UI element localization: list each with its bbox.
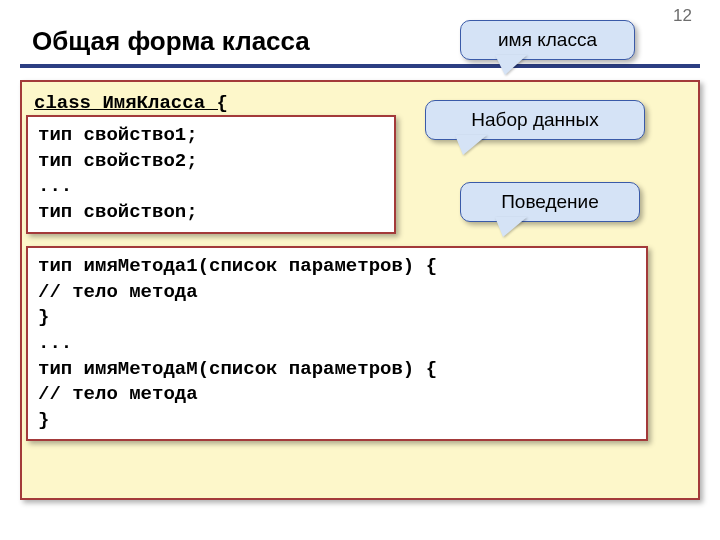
callout-tail-icon <box>495 55 527 75</box>
title-underline <box>20 64 700 68</box>
page-number: 12 <box>673 6 692 26</box>
callout-behavior: Поведение <box>460 182 640 222</box>
callout-tail-icon <box>495 217 527 237</box>
properties-code-box: тип свойство1; тип свойство2; ... тип св… <box>26 115 396 234</box>
class-declaration-line: class ИмяКласса { <box>34 92 228 114</box>
methods-code-box: тип имяМетода1(список параметров) { // т… <box>26 246 648 441</box>
callout-tail-icon <box>455 135 487 155</box>
slide-title: Общая форма класса <box>32 26 310 57</box>
callout-data-set: Набор данных <box>425 100 645 140</box>
callout-class-name: имя класса <box>460 20 635 60</box>
